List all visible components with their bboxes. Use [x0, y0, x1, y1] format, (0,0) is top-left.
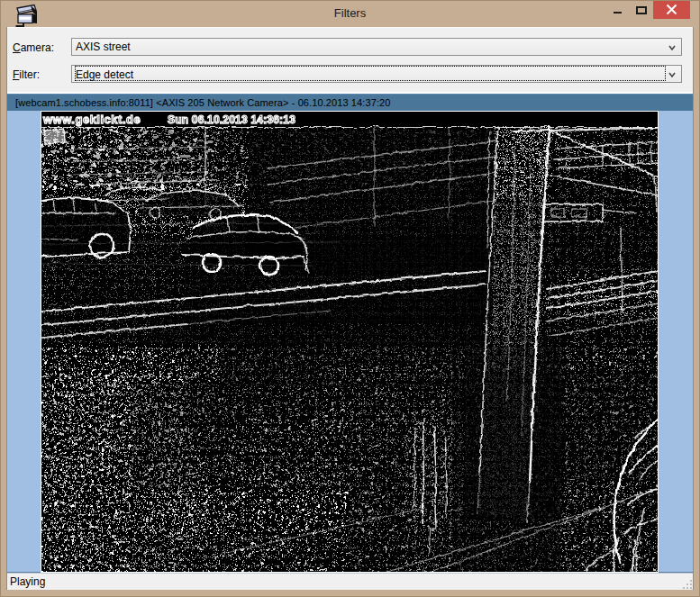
svg-text:www.geklickt.de: www.geklickt.de — [42, 113, 141, 126]
svg-text:Sun 06.10.2013 14:36:13: Sun 06.10.2013 14:36:13 — [168, 113, 295, 126]
